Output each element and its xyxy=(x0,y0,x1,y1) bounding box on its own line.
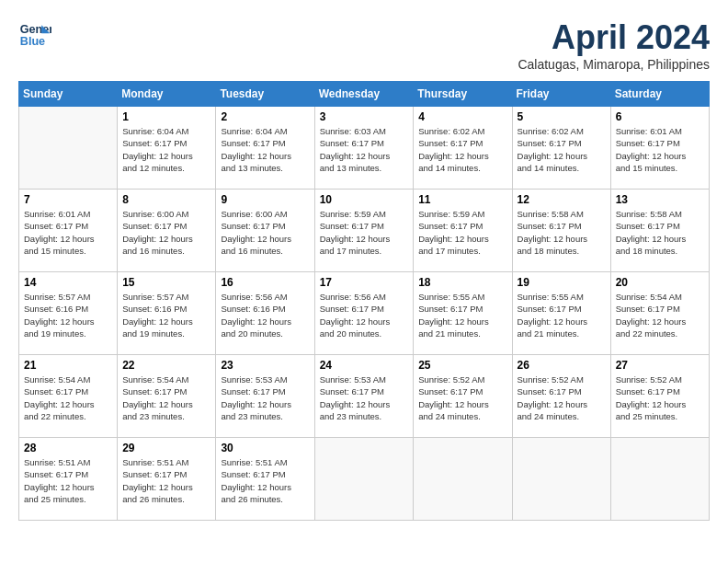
page-header: General Blue April 2024 Calatugas, Mimar… xyxy=(18,18,710,72)
calendar-cell: 18Sunrise: 5:55 AMSunset: 6:17 PMDayligh… xyxy=(414,272,512,355)
day-info: Sunrise: 5:59 AMSunset: 6:17 PMDaylight:… xyxy=(320,208,409,257)
day-number: 26 xyxy=(518,359,606,372)
day-info: Sunrise: 5:51 AMSunset: 6:17 PMDaylight:… xyxy=(221,456,309,505)
day-info: Sunrise: 5:55 AMSunset: 6:17 PMDaylight:… xyxy=(418,291,506,339)
day-number: 19 xyxy=(518,276,606,289)
day-info: Sunrise: 5:55 AMSunset: 6:17 PMDaylight:… xyxy=(518,291,606,339)
day-number: 2 xyxy=(221,110,309,123)
day-info: Sunrise: 5:52 AMSunset: 6:17 PMDaylight:… xyxy=(518,373,606,422)
day-info: Sunrise: 5:59 AMSunset: 6:17 PMDaylight:… xyxy=(418,208,506,257)
day-info: Sunrise: 6:04 AMSunset: 6:17 PMDaylight:… xyxy=(221,125,309,174)
day-number: 16 xyxy=(221,276,309,289)
weekday-header-sunday: Sunday xyxy=(19,82,118,107)
day-number: 23 xyxy=(221,359,309,372)
day-info: Sunrise: 5:52 AMSunset: 6:17 PMDaylight:… xyxy=(616,373,704,422)
day-info: Sunrise: 5:58 AMSunset: 6:17 PMDaylight:… xyxy=(616,208,704,257)
calendar-cell: 29Sunrise: 5:51 AMSunset: 6:17 PMDayligh… xyxy=(118,438,216,521)
weekday-header-thursday: Thursday xyxy=(414,82,512,107)
calendar-cell xyxy=(414,438,512,521)
day-number: 10 xyxy=(320,193,409,206)
day-info: Sunrise: 6:02 AMSunset: 6:17 PMDaylight:… xyxy=(418,125,506,174)
calendar-cell xyxy=(610,438,709,521)
day-info: Sunrise: 6:03 AMSunset: 6:17 PMDaylight:… xyxy=(320,125,409,174)
calendar-cell: 16Sunrise: 5:56 AMSunset: 6:16 PMDayligh… xyxy=(216,272,314,355)
calendar-cell: 30Sunrise: 5:51 AMSunset: 6:17 PMDayligh… xyxy=(216,438,314,521)
calendar-cell: 8Sunrise: 6:00 AMSunset: 6:17 PMDaylight… xyxy=(118,190,216,272)
calendar-cell: 4Sunrise: 6:02 AMSunset: 6:17 PMDaylight… xyxy=(414,107,512,190)
calendar-cell: 13Sunrise: 5:58 AMSunset: 6:17 PMDayligh… xyxy=(610,190,709,272)
day-info: Sunrise: 5:54 AMSunset: 6:17 PMDaylight:… xyxy=(24,373,112,422)
calendar-cell: 14Sunrise: 5:57 AMSunset: 6:16 PMDayligh… xyxy=(19,272,118,355)
calendar-cell: 20Sunrise: 5:54 AMSunset: 6:17 PMDayligh… xyxy=(610,272,709,355)
day-info: Sunrise: 5:51 AMSunset: 6:17 PMDaylight:… xyxy=(24,456,112,505)
calendar-cell: 24Sunrise: 5:53 AMSunset: 6:17 PMDayligh… xyxy=(314,355,414,438)
day-number: 7 xyxy=(24,193,112,206)
location: Calatugas, Mimaropa, Philippines xyxy=(518,57,710,72)
day-info: Sunrise: 5:53 AMSunset: 6:17 PMDaylight:… xyxy=(221,373,309,422)
day-info: Sunrise: 5:54 AMSunset: 6:17 PMDaylight:… xyxy=(122,373,210,422)
weekday-header-saturday: Saturday xyxy=(610,82,709,107)
week-row-2: 7Sunrise: 6:01 AMSunset: 6:17 PMDaylight… xyxy=(19,190,710,272)
calendar-cell xyxy=(314,438,414,521)
day-number: 4 xyxy=(418,110,506,123)
day-info: Sunrise: 5:54 AMSunset: 6:17 PMDaylight:… xyxy=(616,291,704,339)
calendar-cell: 3Sunrise: 6:03 AMSunset: 6:17 PMDaylight… xyxy=(314,107,414,190)
calendar-cell: 19Sunrise: 5:55 AMSunset: 6:17 PMDayligh… xyxy=(512,272,610,355)
day-number: 14 xyxy=(24,276,112,289)
calendar-cell xyxy=(19,107,118,190)
calendar-cell: 25Sunrise: 5:52 AMSunset: 6:17 PMDayligh… xyxy=(414,355,512,438)
calendar-cell xyxy=(512,438,610,521)
day-info: Sunrise: 5:52 AMSunset: 6:17 PMDaylight:… xyxy=(418,373,506,422)
day-info: Sunrise: 5:58 AMSunset: 6:17 PMDaylight:… xyxy=(518,208,606,257)
logo: General Blue xyxy=(18,18,51,52)
weekday-header-tuesday: Tuesday xyxy=(216,82,314,107)
calendar-cell: 12Sunrise: 5:58 AMSunset: 6:17 PMDayligh… xyxy=(512,190,610,272)
day-number: 5 xyxy=(518,110,606,123)
day-number: 21 xyxy=(24,359,112,372)
calendar-cell: 1Sunrise: 6:04 AMSunset: 6:17 PMDaylight… xyxy=(118,107,216,190)
day-info: Sunrise: 5:57 AMSunset: 6:16 PMDaylight:… xyxy=(122,291,210,339)
calendar-cell: 11Sunrise: 5:59 AMSunset: 6:17 PMDayligh… xyxy=(414,190,512,272)
day-info: Sunrise: 5:53 AMSunset: 6:17 PMDaylight:… xyxy=(320,373,409,422)
calendar-cell: 9Sunrise: 6:00 AMSunset: 6:17 PMDaylight… xyxy=(216,190,314,272)
day-number: 8 xyxy=(122,193,210,206)
day-number: 20 xyxy=(616,276,704,289)
week-row-5: 28Sunrise: 5:51 AMSunset: 6:17 PMDayligh… xyxy=(19,438,710,521)
calendar-cell: 26Sunrise: 5:52 AMSunset: 6:17 PMDayligh… xyxy=(512,355,610,438)
weekday-header-friday: Friday xyxy=(512,82,610,107)
day-info: Sunrise: 6:02 AMSunset: 6:17 PMDaylight:… xyxy=(518,125,606,174)
day-number: 22 xyxy=(122,359,210,372)
day-info: Sunrise: 5:57 AMSunset: 6:16 PMDaylight:… xyxy=(24,291,112,339)
calendar-cell: 17Sunrise: 5:56 AMSunset: 6:17 PMDayligh… xyxy=(314,272,414,355)
week-row-3: 14Sunrise: 5:57 AMSunset: 6:16 PMDayligh… xyxy=(19,272,710,355)
weekday-header-row: SundayMondayTuesdayWednesdayThursdayFrid… xyxy=(19,82,710,107)
svg-text:Blue: Blue xyxy=(20,35,45,48)
calendar-cell: 23Sunrise: 5:53 AMSunset: 6:17 PMDayligh… xyxy=(216,355,314,438)
calendar-cell: 21Sunrise: 5:54 AMSunset: 6:17 PMDayligh… xyxy=(19,355,118,438)
day-info: Sunrise: 5:56 AMSunset: 6:16 PMDaylight:… xyxy=(221,291,309,339)
month-title: April 2024 xyxy=(518,18,710,57)
day-number: 25 xyxy=(418,359,506,372)
day-info: Sunrise: 6:01 AMSunset: 6:17 PMDaylight:… xyxy=(24,208,112,257)
day-number: 9 xyxy=(221,193,309,206)
day-info: Sunrise: 5:51 AMSunset: 6:17 PMDaylight:… xyxy=(122,456,210,505)
day-number: 12 xyxy=(518,193,606,206)
week-row-4: 21Sunrise: 5:54 AMSunset: 6:17 PMDayligh… xyxy=(19,355,710,438)
day-number: 17 xyxy=(320,276,409,289)
weekday-header-wednesday: Wednesday xyxy=(314,82,414,107)
day-number: 29 xyxy=(122,442,210,454)
day-info: Sunrise: 6:04 AMSunset: 6:17 PMDaylight:… xyxy=(122,125,210,174)
day-info: Sunrise: 6:00 AMSunset: 6:17 PMDaylight:… xyxy=(221,208,309,257)
calendar-cell: 28Sunrise: 5:51 AMSunset: 6:17 PMDayligh… xyxy=(19,438,118,521)
day-info: Sunrise: 6:00 AMSunset: 6:17 PMDaylight:… xyxy=(122,208,210,257)
calendar-cell: 27Sunrise: 5:52 AMSunset: 6:17 PMDayligh… xyxy=(610,355,709,438)
day-number: 15 xyxy=(122,276,210,289)
day-info: Sunrise: 6:01 AMSunset: 6:17 PMDaylight:… xyxy=(616,125,704,174)
calendar-cell: 5Sunrise: 6:02 AMSunset: 6:17 PMDaylight… xyxy=(512,107,610,190)
day-number: 30 xyxy=(221,442,309,454)
day-number: 24 xyxy=(320,359,409,372)
calendar-cell: 2Sunrise: 6:04 AMSunset: 6:17 PMDaylight… xyxy=(216,107,314,190)
calendar-cell: 7Sunrise: 6:01 AMSunset: 6:17 PMDaylight… xyxy=(19,190,118,272)
day-number: 6 xyxy=(616,110,704,123)
calendar-cell: 15Sunrise: 5:57 AMSunset: 6:16 PMDayligh… xyxy=(118,272,216,355)
